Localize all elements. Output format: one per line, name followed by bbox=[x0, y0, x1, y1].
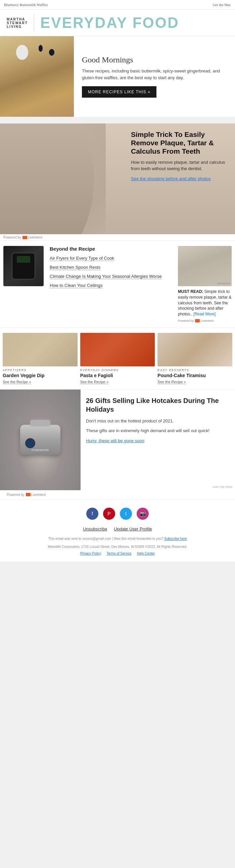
ad2-powered-by: Powered by LiveIntent bbox=[0, 490, 235, 499]
brand-main: EVERYDAY FOOD bbox=[40, 16, 179, 30]
topbar-left[interactable]: Blueberry Buttermilk Waffles bbox=[4, 3, 48, 7]
beyond-powered-by: Powered by LiveIntent bbox=[178, 319, 232, 322]
topbar-right[interactable]: Get the Mac bbox=[213, 3, 231, 7]
ad2-cta-link[interactable]: Hurry, these will be gone soon bbox=[86, 438, 144, 443]
hero-cta-button[interactable]: MORE RECIPES LIKE THIS » bbox=[82, 86, 156, 98]
ad2-content: 26 Gifts Selling Like Hotcakes During Th… bbox=[81, 390, 235, 450]
hero-title: Good Mornings bbox=[82, 55, 228, 64]
must-read-box: MUST READ: Simple trick to easily remove… bbox=[178, 289, 232, 317]
ad2-desc-2: These gifts are in extremely high demand… bbox=[86, 428, 230, 434]
footer-links-row: Unsubscribe Update User Profile bbox=[7, 526, 228, 531]
dental-ad-description: How to easily remove plaque, tartar and … bbox=[131, 159, 232, 172]
stoneshop-tag: StoneShop bbox=[217, 282, 230, 285]
beyond-link-2[interactable]: Best Kitchen Spoon Rests bbox=[50, 265, 100, 270]
social-pinterest-button[interactable]: P bbox=[103, 508, 115, 520]
projector-device: CINEMOOD bbox=[20, 425, 60, 455]
beyond-link-3[interactable]: Climate Change Is Making Your Seasonal A… bbox=[50, 274, 162, 279]
beyond-center: Beyond the Recipe Air Fryers for Every T… bbox=[47, 246, 175, 322]
projector-lens bbox=[25, 438, 35, 448]
social-facebook-button[interactable]: f bbox=[86, 508, 98, 520]
footer: f P t 📷 Unsubscribe Update User Profile … bbox=[0, 499, 235, 562]
recipe-card-image-3 bbox=[157, 333, 232, 366]
dental-ad-cta-link[interactable]: See the shocking before and after photos bbox=[131, 176, 211, 181]
brand-line3: LIVING bbox=[7, 25, 28, 29]
recipe-name-2: Pasta e Fagioli bbox=[80, 373, 155, 378]
recipe-see-link-3[interactable]: See the Recipe » bbox=[157, 380, 186, 384]
must-read-label: MUST READ: bbox=[178, 289, 203, 294]
recipe-card-image-1 bbox=[3, 333, 78, 366]
update-profile-link[interactable]: Update User Profile bbox=[114, 526, 152, 531]
must-read-more-link[interactable]: [Read More] bbox=[194, 312, 215, 316]
header-divider bbox=[34, 14, 34, 31]
brand-line2: STEWART bbox=[7, 21, 28, 25]
airfryer-screen bbox=[17, 256, 30, 263]
dental-ad-section: Simple Trick To Easily Remove Plaque, Ta… bbox=[0, 123, 235, 241]
social-twitter-button[interactable]: t bbox=[120, 508, 132, 520]
brand-line1: MARTHA bbox=[7, 18, 28, 21]
ad2-image: CINEMOOD bbox=[0, 390, 81, 490]
dental-bg: Simple Trick To Easily Remove Plaque, Ta… bbox=[0, 123, 235, 234]
privacy-policy-link[interactable]: Privacy Policy bbox=[80, 551, 101, 556]
top-bar: Blueberry Buttermilk Waffles Get the Mac bbox=[0, 0, 235, 10]
beyond-ad-image-inner bbox=[178, 246, 232, 286]
hero-section: Good Mornings These recipes, including b… bbox=[0, 36, 235, 117]
dental-powered-by: Powered by LiveIntent bbox=[0, 234, 235, 241]
beyond-link-item: Climate Change Is Making Your Seasonal A… bbox=[50, 273, 172, 279]
hero-image bbox=[0, 36, 74, 117]
waffle-image bbox=[0, 36, 74, 117]
beyond-links-list: Air Fryers for Every Type of Cook Best K… bbox=[50, 255, 172, 288]
powered-by-label: Powered by bbox=[3, 236, 21, 239]
footer-company-info: Meredith Corporation, 1716 Locust Street… bbox=[7, 544, 228, 556]
liveintent-logo: LiveIntent bbox=[23, 236, 42, 239]
beyond-link-4[interactable]: How to Clean Your Ceilings bbox=[50, 283, 103, 288]
ad2-powered-label: Powered by bbox=[7, 493, 25, 497]
footer-company-text: Meredith Corporation, 1716 Locust Street… bbox=[7, 544, 228, 550]
terms-of-service-link[interactable]: Terms of Service bbox=[107, 551, 131, 556]
beyond-link-item: How to Clean Your Ceilings bbox=[50, 282, 172, 288]
hero-description: These recipes, including basic buttermil… bbox=[82, 68, 228, 81]
beyond-liveintent-name: LiveIntent bbox=[201, 319, 214, 322]
footer-legal-links: Privacy Policy Terms of Service Help Cen… bbox=[7, 551, 228, 556]
dental-ad-image: Simple Trick To Easily Remove Plaque, Ta… bbox=[0, 123, 235, 234]
ad2-powered-by-row: Powered by LiveIntent bbox=[3, 492, 232, 498]
footer-email-info: This email was sent to xxxxxx@gmail.com … bbox=[7, 536, 228, 541]
beyond-link-1[interactable]: Air Fryers for Every Type of Cook bbox=[50, 256, 114, 261]
footer-subscribe-link[interactable]: Subscribe here bbox=[164, 537, 187, 540]
email-wrapper: Blueberry Buttermilk Waffles Get the Mac… bbox=[0, 0, 235, 562]
beyond-section: Beyond the Recipe Air Fryers for Every T… bbox=[0, 241, 235, 328]
unsubscribe-link[interactable]: Unsubscribe bbox=[83, 526, 107, 531]
hero-content: Good Mornings These recipes, including b… bbox=[74, 36, 235, 117]
dental-text-overlay: Simple Trick To Easily Remove Plaque, Ta… bbox=[131, 130, 232, 182]
ad2-liveintent-icon bbox=[26, 493, 31, 496]
beyond-right: StoneShop MUST READ: Simple trick to eas… bbox=[178, 246, 232, 322]
recipe-name-3: Pound-Cake Tiramisu bbox=[157, 373, 232, 378]
header: MARTHA STEWART LIVING EVERYDAY FOOD bbox=[0, 10, 235, 36]
ad2-image-inner: CINEMOOD bbox=[0, 390, 81, 490]
footer-email-text: This email was sent to xxxxxx@gmail.com … bbox=[48, 537, 163, 540]
recipe-name-1: Garden Veggie Dip bbox=[3, 373, 78, 378]
help-center-link[interactable]: Help Center bbox=[137, 551, 155, 556]
airfryer-image bbox=[3, 246, 43, 286]
recipe-card-2: EVERYDAY DINNERS Pasta e Fagioli See the… bbox=[80, 333, 155, 384]
beyond-link-item: Air Fryers for Every Type of Cook bbox=[50, 255, 172, 261]
ad2-source-tag: Auto Top Shop bbox=[212, 485, 232, 489]
cinemood-label: CINEMOOD bbox=[32, 448, 49, 452]
ad2-title: 26 Gifts Selling Like Hotcakes During Th… bbox=[86, 396, 230, 414]
beyond-liveintent-icon bbox=[195, 319, 200, 322]
ad2-liveintent-logo: LiveIntent bbox=[26, 493, 46, 497]
recipe-category-3: EASY DESSERTS bbox=[157, 368, 232, 372]
recipe-see-link-2[interactable]: See the Recipe » bbox=[80, 380, 109, 384]
ad2-liveintent-name: LiveIntent bbox=[31, 493, 46, 497]
beyond-ad-image: StoneShop bbox=[178, 246, 232, 286]
beyond-title: Beyond the Recipe bbox=[50, 246, 172, 252]
recipe-card-image-2 bbox=[80, 333, 155, 366]
liveintent-name: LiveIntent bbox=[28, 236, 42, 239]
recipe-see-link-1[interactable]: See the Recipe » bbox=[3, 380, 31, 384]
airfryer-body bbox=[12, 253, 35, 279]
recipe-category-1: APPETIZERS bbox=[3, 368, 78, 372]
beyond-link-item: Best Kitchen Spoon Rests bbox=[50, 264, 172, 271]
brand-msl: MARTHA STEWART LIVING bbox=[7, 18, 28, 29]
social-instagram-button[interactable]: 📷 bbox=[137, 508, 149, 520]
ad2-desc-1: Don't miss out on the hottest product of… bbox=[86, 418, 230, 425]
recipe-category-2: EVERYDAY DINNERS bbox=[80, 368, 155, 372]
